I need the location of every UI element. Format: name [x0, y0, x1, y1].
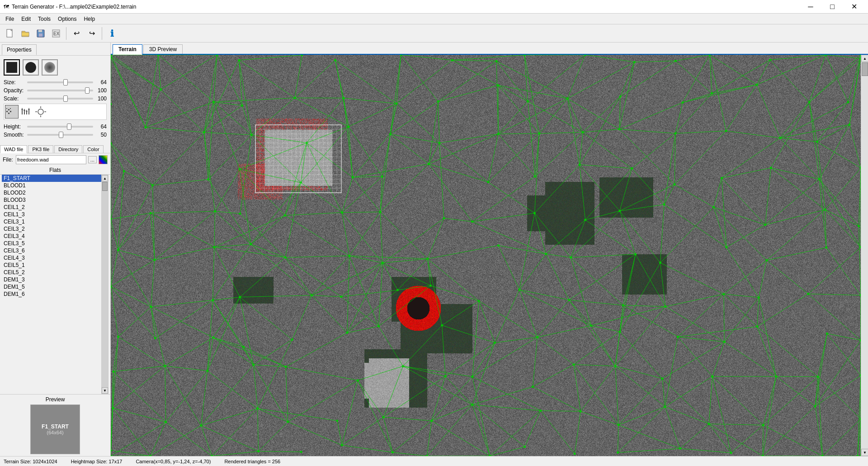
preview-box: F1_START (64x64) — [30, 404, 80, 454]
menu-item-options[interactable]: Options — [54, 15, 80, 23]
status-triangles: Rendered triangles = 256 — [224, 459, 280, 464]
flat-item[interactable]: F1_START — [2, 175, 101, 182]
tab-pk3-file[interactable]: PK3 file — [28, 145, 53, 153]
smooth-track[interactable] — [27, 134, 93, 136]
flat-item[interactable]: BLOOD2 — [2, 189, 101, 196]
main-canvas[interactable] — [111, 55, 861, 456]
main-area: Properties Size: — [0, 43, 868, 456]
titlebar-controls: ─ □ ✕ — [800, 0, 864, 14]
menu-item-file[interactable]: File — [2, 15, 18, 23]
properties-tab-button[interactable]: Properties — [2, 44, 37, 55]
flat-item[interactable]: DEM1_3 — [2, 276, 101, 283]
tool-scatter[interactable] — [5, 105, 19, 119]
tool-smooth-brush[interactable] — [34, 105, 47, 119]
toolbar-separator2 — [102, 27, 102, 40]
undo-button[interactable]: ↩ — [69, 26, 84, 41]
smooth-value: 50 — [93, 132, 107, 138]
flats-scroll-track[interactable] — [102, 181, 108, 387]
size-label: Size: — [4, 79, 27, 86]
new-button[interactable] — [3, 26, 17, 41]
svg-marker-14 — [21, 108, 23, 110]
tab-terrain[interactable]: Terrain — [113, 44, 142, 55]
flat-item[interactable]: CEIL1_3 — [2, 211, 101, 218]
brush-row — [4, 59, 107, 76]
scale-track[interactable] — [27, 98, 93, 100]
open-button[interactable] — [18, 26, 33, 41]
save-button[interactable] — [33, 26, 48, 41]
scale-slider-row: Scale: 100 — [4, 95, 107, 102]
opacity-thumb[interactable] — [85, 87, 90, 94]
flat-item[interactable]: CEIL4_3 — [2, 254, 101, 262]
tab-wad-file[interactable]: WAD file — [0, 145, 27, 153]
flat-item[interactable]: CEIL5_1 — [2, 262, 101, 269]
flat-item[interactable]: DEM1_5 — [2, 283, 101, 290]
file-input[interactable] — [16, 155, 86, 164]
menu-item-tools[interactable]: Tools — [34, 15, 54, 23]
brush-square[interactable] — [4, 59, 20, 76]
flat-item[interactable]: CEIL3_5 — [2, 240, 101, 247]
menubar: FileEditToolsOptionsHelp — [0, 14, 868, 24]
scale-value: 100 — [93, 95, 107, 102]
flat-item[interactable]: CEIL1_2 — [2, 204, 101, 211]
app-title: Terrain Generator - F:\...ample02\Exampl… — [12, 4, 136, 10]
smooth-slider-row: Smooth: 50 — [4, 132, 107, 138]
menu-item-edit[interactable]: Edit — [18, 15, 34, 23]
scroll-down-button[interactable]: ▼ — [861, 449, 868, 456]
app-icon: 🗺 — [4, 4, 9, 10]
file-browse-button[interactable]: ... — [88, 156, 97, 163]
height-label: Height: — [4, 124, 27, 130]
flats-scroll-up[interactable]: ▲ — [102, 175, 108, 181]
size-thumb[interactable] — [63, 79, 68, 86]
flat-item[interactable]: CEIL3_1 — [2, 218, 101, 225]
terrain-canvas[interactable] — [111, 55, 861, 456]
menu-item-help[interactable]: Help — [80, 15, 99, 23]
flats-scrollbar: ▲ ▼ — [101, 175, 108, 394]
flat-item[interactable]: BLOOD3 — [2, 196, 101, 204]
size-value: 64 — [93, 79, 107, 86]
height-track[interactable] — [27, 126, 93, 128]
flats-label: Flats — [0, 166, 110, 175]
wad-tabs: WAD file PK3 file Directory Color — [0, 143, 110, 153]
maximize-button[interactable]: □ — [822, 0, 843, 14]
preview-texture-size: (64x64) — [47, 430, 63, 435]
file-label: File: — [3, 157, 14, 163]
flats-scroll-down[interactable]: ▼ — [102, 387, 108, 394]
flat-item[interactable]: DEM1_6 — [2, 290, 101, 298]
height-thumb[interactable] — [67, 124, 71, 130]
close-button[interactable]: ✕ — [844, 0, 864, 14]
titlebar: 🗺 Terrain Generator - F:\...ample02\Exam… — [0, 0, 868, 14]
right-scrollbar: ▲ ▼ — [861, 55, 868, 456]
flat-item[interactable]: BLOOD1 — [2, 182, 101, 189]
tab-3d-preview[interactable]: 3D Preview — [143, 44, 183, 54]
opacity-value: 100 — [93, 87, 107, 94]
view-tabs: Terrain 3D Preview — [111, 43, 868, 55]
tab-directory[interactable]: Directory — [54, 145, 82, 153]
size-track[interactable] — [27, 81, 93, 83]
minimize-button[interactable]: ─ — [800, 0, 821, 14]
left-panel: Properties Size: — [0, 43, 111, 456]
redo-button[interactable]: ↪ — [85, 26, 99, 41]
info-button[interactable]: ℹ — [105, 26, 119, 41]
scroll-track[interactable] — [861, 62, 868, 449]
flat-item[interactable]: CEIL3_2 — [2, 225, 101, 233]
scroll-up-button[interactable]: ▲ — [861, 55, 868, 62]
svg-rect-3 — [38, 30, 42, 32]
tool-raise[interactable] — [19, 105, 33, 119]
flat-item[interactable]: CEIL3_6 — [2, 247, 101, 254]
brush-soft[interactable] — [42, 59, 58, 76]
opacity-track[interactable] — [27, 90, 93, 91]
scroll-thumb — [862, 62, 868, 76]
color-picker-button[interactable] — [99, 155, 108, 164]
export-button[interactable]: EX — [49, 26, 63, 41]
flats-scroll-thumb — [102, 182, 108, 191]
flats-container: F1_STARTBLOOD1BLOOD2BLOOD3CEIL1_2CEIL1_3… — [2, 175, 108, 394]
flat-item[interactable]: CEIL5_2 — [2, 269, 101, 276]
brush-circle[interactable] — [23, 59, 39, 76]
scale-thumb[interactable] — [63, 95, 68, 102]
flat-item[interactable]: CEIL3_4 — [2, 233, 101, 240]
tab-color[interactable]: Color — [83, 145, 103, 153]
svg-rect-8 — [8, 109, 9, 110]
svg-point-21 — [38, 109, 43, 114]
height-slider-row: Height: 64 — [4, 124, 107, 130]
smooth-thumb[interactable] — [59, 132, 63, 138]
